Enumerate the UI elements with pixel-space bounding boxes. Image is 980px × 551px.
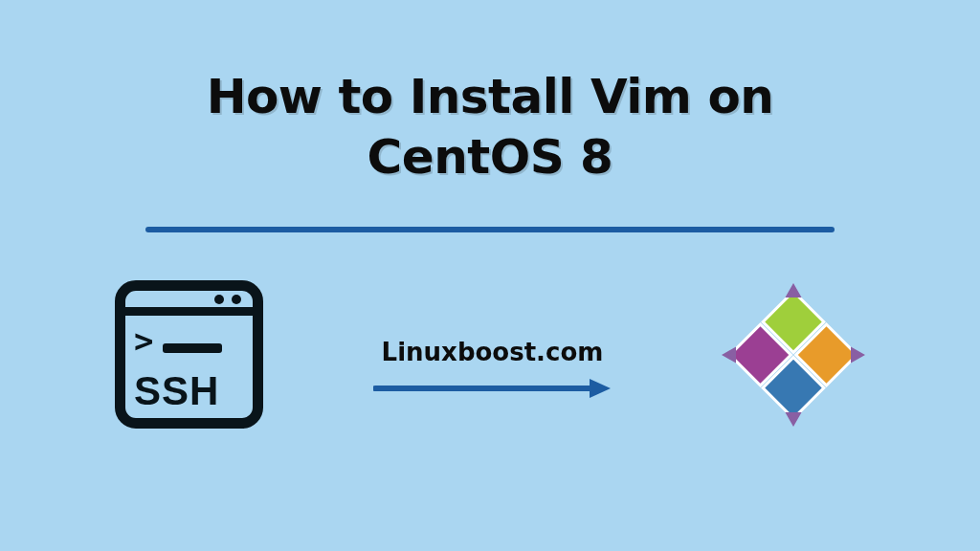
ssh-label: SSH (134, 371, 244, 411)
banner: How to Install Vim on CentOS 8 > SSH Lin… (0, 0, 980, 551)
prompt-underscore-icon (163, 343, 222, 353)
svg-marker-12 (724, 349, 735, 361)
page-title: How to Install Vim on CentOS 8 (131, 67, 849, 187)
divider (145, 227, 835, 232)
svg-marker-13 (853, 349, 863, 361)
arrow-icon (373, 376, 612, 401)
ssh-terminal-icon: > SSH (115, 280, 263, 429)
window-dot-icon (232, 295, 241, 304)
center-group: Linuxboost.com (373, 338, 612, 401)
prompt-line: > (134, 324, 244, 357)
terminal-titlebar (125, 291, 253, 316)
window-dot-icon (214, 295, 224, 304)
terminal-body: > SSH (134, 324, 244, 411)
centos-logo-icon (722, 283, 865, 427)
svg-marker-11 (788, 413, 799, 424)
svg-marker-1 (590, 379, 611, 398)
site-label: Linuxboost.com (382, 338, 604, 366)
content-row: > SSH Linuxboost.com (0, 280, 980, 429)
prompt-caret-icon: > (134, 324, 153, 357)
svg-marker-10 (788, 286, 799, 297)
